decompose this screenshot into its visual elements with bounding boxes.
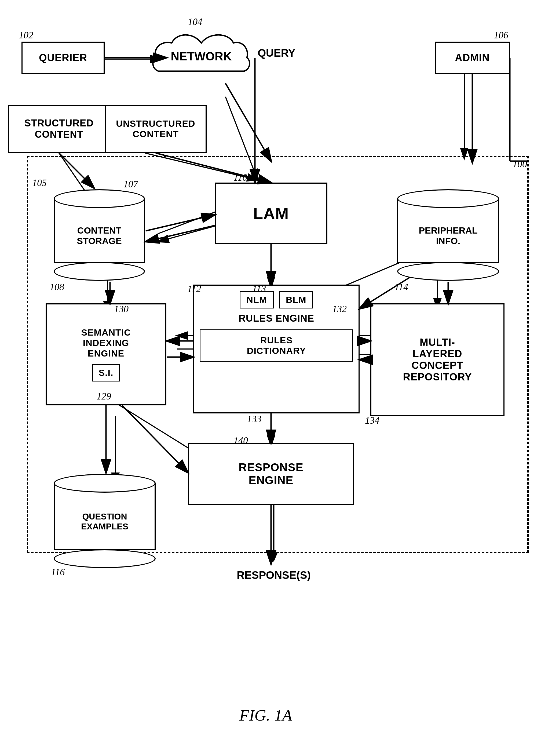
- ref-100: 100: [513, 158, 527, 170]
- lam-box: LAM: [215, 183, 327, 244]
- content-storage-cylinder: CONTENT STORAGE: [54, 188, 145, 282]
- peripheral-info-cylinder: PERIPHERAL INFO.: [397, 188, 499, 282]
- question-examples-cylinder: QUESTION EXAMPLES: [54, 472, 156, 569]
- ref-106: 106: [494, 30, 508, 41]
- admin-box: ADMIN: [435, 42, 510, 74]
- semantic-indexing-box: SEMANTIC INDEXING ENGINE S.I.: [46, 304, 166, 405]
- ref-114: 114: [394, 281, 408, 293]
- ref-113: 113: [252, 283, 266, 295]
- ref-102: 102: [19, 30, 33, 41]
- diagram: 102 QUERIER 104 NETWORK QUERY 106 ADMIN …: [0, 0, 541, 756]
- unstructured-content-box: UNSTRUCTURED CONTENT: [105, 105, 207, 153]
- ref-108: 108: [50, 281, 64, 293]
- svg-text:NETWORK: NETWORK: [171, 50, 232, 63]
- ref-133: 133: [247, 413, 262, 425]
- fig-caption: FIG. 1A: [199, 706, 333, 725]
- svg-marker-26: [270, 552, 278, 562]
- ref-116: 116: [51, 566, 65, 578]
- ref-130: 130: [114, 304, 129, 315]
- query-label: QUERY: [258, 47, 295, 59]
- ref-132: 132: [332, 304, 347, 315]
- response-engine-box: RESPONSE ENGINE: [188, 443, 354, 505]
- ref-129: 129: [97, 390, 111, 402]
- ref-104: 104: [188, 16, 202, 27]
- ref-112: 112: [187, 283, 201, 295]
- ref-134: 134: [365, 415, 379, 426]
- structured-content-box: STRUCTURED CONTENT: [8, 105, 110, 153]
- responses-label: RESPONSE(S): [228, 569, 319, 581]
- querier-box: QUERIER: [21, 42, 105, 74]
- ref-105: 105: [32, 177, 47, 189]
- ref-110: 110: [234, 172, 247, 183]
- multi-layered-box: MULTI- LAYERED CONCEPT REPOSITORY: [370, 304, 504, 416]
- network-cloud: NETWORK: [150, 27, 252, 103]
